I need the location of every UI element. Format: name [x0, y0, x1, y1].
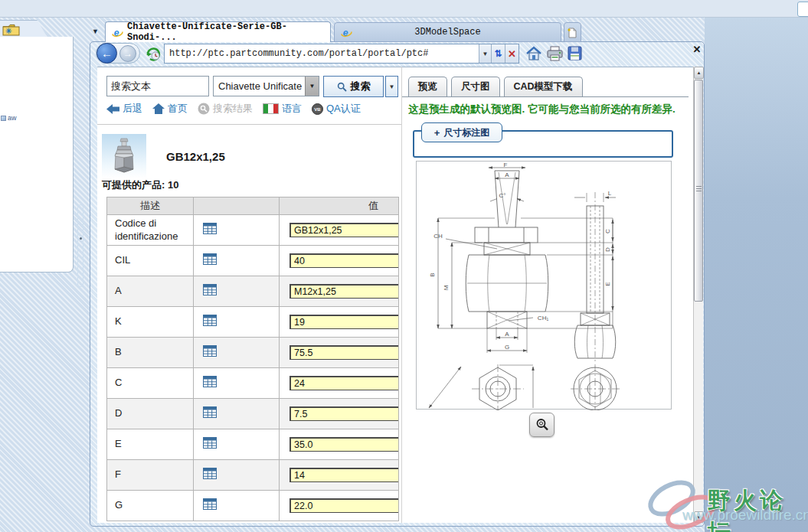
column-header-description: 描述: [107, 197, 194, 215]
parameter-value-input[interactable]: [290, 468, 399, 482]
parameter-name-cell: C: [107, 368, 194, 399]
search-results-icon: [198, 103, 210, 115]
browser-tab-title: 3DModelSpace: [335, 27, 561, 38]
forward-button[interactable]: →: [119, 45, 136, 62]
table-grid-icon[interactable]: [203, 284, 217, 295]
tree-item[interactable]: aw: [1, 114, 17, 122]
scrollbar-thumb[interactable]: [694, 80, 703, 302]
table-grid-icon[interactable]: [203, 437, 217, 449]
parameter-name-cell: CIL: [107, 246, 194, 276]
close-button[interactable]: ✕: [690, 43, 704, 57]
parameter-value-input[interactable]: [290, 376, 399, 390]
parameter-value-input[interactable]: [290, 315, 399, 329]
preview-notice: 这是预生成的默认预览图. 它可能与您当前所选的有所差异.: [408, 103, 676, 116]
table-grid-icon[interactable]: [203, 223, 217, 234]
parameter-value-cell: [280, 460, 399, 491]
nav-home-link[interactable]: 首页: [152, 102, 188, 116]
table-row: G: [107, 491, 399, 521]
search-input[interactable]: [106, 76, 209, 96]
parameter-name: CIL: [107, 254, 193, 266]
parameter-value-input[interactable]: [290, 406, 399, 421]
address-input[interactable]: [165, 44, 479, 63]
panel-splitter[interactable]: [77, 204, 83, 287]
combo-dropdown-icon[interactable]: ▼: [305, 77, 319, 96]
svg-text:✦: ✦: [568, 27, 572, 34]
refresh-button[interactable]: ⇅: [491, 44, 505, 63]
browser-tab-active[interactable]: e Chiavette-Unificate-Serie-GB-Snodi-...: [105, 21, 331, 42]
magnifier-icon: [535, 418, 549, 432]
parameter-value-cell: [280, 399, 399, 429]
table-grid-icon[interactable]: [203, 406, 217, 418]
search-dropdown-button[interactable]: ▼: [385, 76, 398, 97]
parameter-value-input[interactable]: [290, 284, 399, 299]
vertical-scrollbar[interactable]: ▲ ▼: [693, 67, 703, 523]
new-tab-button[interactable]: ✦: [564, 22, 581, 42]
parameter-name: C: [107, 377, 193, 389]
table-grid-icon[interactable]: [203, 498, 217, 510]
parameter-table-cell: [194, 460, 280, 491]
parameter-value-cell: [280, 491, 399, 521]
nav-qa-link[interactable]: VB QA认证: [312, 102, 361, 116]
svg-text:✳: ✳: [5, 27, 12, 35]
parameter-table-cell: [194, 307, 280, 338]
parameter-table-cell: [194, 399, 280, 429]
home-icon[interactable]: [525, 45, 542, 62]
parameter-name: K: [107, 315, 193, 328]
parameter-value-input[interactable]: [290, 253, 399, 268]
table-grid-icon[interactable]: [203, 315, 217, 326]
parameter-table-cell: [194, 491, 280, 521]
parameter-name-cell: K: [107, 307, 194, 338]
desktop-background: [705, 18, 808, 532]
table-row: F: [107, 460, 399, 491]
dimension-annotation-label: 尺寸标注图: [443, 126, 489, 139]
parameter-name: D: [107, 407, 193, 419]
back-button[interactable]: ←: [97, 43, 117, 64]
table-grid-icon[interactable]: [203, 376, 217, 387]
technical-drawing: F A C° CH B M C D E L CH₁ A G: [417, 162, 672, 410]
table-header-row: 描述 值: [107, 197, 399, 215]
browser-tab-inactive[interactable]: e 3DModelSpace: [334, 22, 561, 42]
tree-item-label: aw: [8, 114, 17, 122]
print-icon[interactable]: [546, 45, 564, 62]
app-top-band: [0, 0, 808, 18]
home-link-icon: [152, 103, 165, 114]
tab-preview[interactable]: 预览: [408, 77, 447, 96]
parameter-value-input[interactable]: [290, 437, 399, 452]
go-refresh-icon[interactable]: [145, 45, 162, 62]
parameter-table-body: Codice di identificazione CIL: [107, 215, 399, 521]
dimension-annotation-button[interactable]: + 尺寸标注图: [421, 122, 502, 142]
parameter-value-cell: [280, 215, 399, 246]
table-grid-icon[interactable]: [203, 253, 217, 265]
table-grid-icon[interactable]: [203, 345, 217, 357]
address-dropdown-button[interactable]: ▼: [479, 44, 491, 63]
zoom-preview-button[interactable]: [529, 413, 554, 437]
nav-language-link[interactable]: 语言: [263, 102, 302, 116]
product-code: GB12x1,25: [166, 150, 225, 163]
category-combo[interactable]: Chiavette Unificate ▼: [213, 76, 319, 96]
table-grid-icon[interactable]: [203, 468, 217, 479]
nav-back-label: 后退: [123, 102, 142, 116]
scroll-up-button[interactable]: ▲: [694, 67, 704, 79]
dim-label-a-top: A: [505, 171, 509, 178]
search-button[interactable]: 搜索: [323, 76, 384, 97]
scroll-down-button[interactable]: ▼: [694, 511, 704, 523]
parameter-value-cell: [280, 338, 399, 368]
parameter-table-cell: [194, 338, 280, 368]
tab-dimension-drawing[interactable]: 尺寸图: [451, 77, 500, 96]
parameter-name: F: [107, 468, 193, 481]
address-bar-group: ▼ ⇅ ✕: [164, 44, 519, 64]
save-icon[interactable]: [568, 46, 582, 60]
parameter-value-input[interactable]: [290, 223, 399, 237]
qa-badge-icon: VB: [312, 103, 323, 115]
stop-button[interactable]: ✕: [505, 44, 518, 63]
folder-icon[interactable]: ✳: [2, 24, 20, 36]
tab-list-dropdown-icon[interactable]: ▼: [92, 28, 101, 37]
parameter-value-input[interactable]: [290, 345, 399, 360]
tab-cad-download[interactable]: CAD模型下载: [504, 77, 583, 96]
nav-back-link[interactable]: 后退: [106, 102, 142, 116]
column-header-spacer: [194, 197, 280, 215]
tree-item-icon: [1, 116, 6, 121]
parameter-value-input[interactable]: [290, 498, 399, 513]
plus-icon: +: [434, 127, 440, 139]
table-row: E: [107, 429, 399, 460]
